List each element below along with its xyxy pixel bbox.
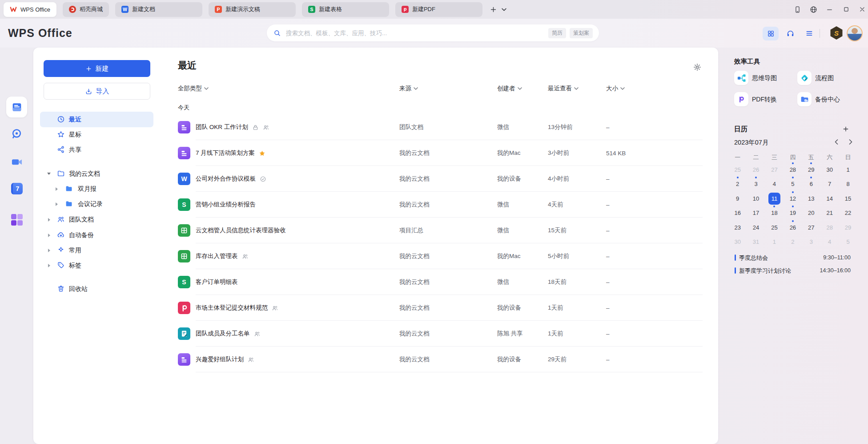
table-row[interactable]: 兴趣爱好组队计划 我的云文档 我的设备 29天前 – — [178, 347, 703, 372]
tool-backup-center[interactable] — [797, 92, 812, 106]
calendar-day[interactable]: 2 — [787, 236, 799, 248]
headset-support-icon[interactable] — [784, 27, 797, 40]
calendar-day[interactable]: 22 — [842, 207, 854, 219]
minimize-button[interactable] — [824, 4, 835, 15]
calendar-day[interactable]: 4 — [768, 178, 780, 190]
filter-creator[interactable]: 创建者 — [497, 85, 522, 93]
calendar-day[interactable]: 26 — [787, 222, 799, 234]
calendar-day[interactable]: 14 — [824, 193, 836, 205]
rail-item-documents[interactable] — [6, 97, 27, 117]
calendar-day[interactable]: 1 — [768, 236, 780, 248]
tool-flowchart-label[interactable]: 流程图 — [815, 71, 834, 85]
sidebar-item-meeting-notes[interactable]: 会议记录 — [40, 196, 153, 212]
tool-mindmap-label[interactable]: 思维导图 — [752, 71, 777, 85]
filter-source[interactable]: 来源 — [399, 85, 418, 93]
table-row[interactable]: S 客户订单明细表 我的云文档 微信 18天前 – — [178, 269, 703, 295]
tool-pdf-convert-label[interactable]: PDF转换 — [752, 92, 777, 106]
calendar-day[interactable]: 19 — [787, 207, 799, 219]
calendar-day[interactable]: 10 — [750, 193, 762, 205]
calendar-day[interactable]: 4 — [824, 236, 836, 248]
calendar-day[interactable]: 24 — [750, 222, 762, 234]
calendar-next-button[interactable] — [847, 138, 854, 145]
sidebar-item-starred[interactable]: 星标 — [40, 127, 153, 142]
calendar-day[interactable]: 3 — [750, 178, 762, 190]
svip-badge[interactable]: S — [830, 26, 843, 40]
new-tab-button[interactable] — [488, 4, 499, 15]
search-suggestion-resume[interactable]: 简历 — [548, 28, 566, 38]
sidebar-item-bimonthly-report[interactable]: 双月报 — [40, 181, 153, 197]
network-globe-icon[interactable] — [808, 4, 819, 15]
table-row[interactable]: 库存出入管理表 我的云文档 我的Mac 5小时前 – — [178, 243, 703, 269]
calendar-day[interactable]: 29 — [805, 164, 817, 176]
rail-item-apps[interactable] — [0, 214, 33, 226]
sidebar-item-team-docs[interactable]: 团队文档 — [40, 212, 153, 227]
tab-new-document[interactable]: W 新建文档 — [115, 2, 202, 17]
calendar-day[interactable]: 13 — [805, 193, 817, 205]
tool-flowchart[interactable] — [797, 71, 812, 85]
calendar-day[interactable]: 9 — [731, 193, 743, 205]
calendar-day[interactable]: 2 — [731, 178, 743, 190]
tool-pdf-convert[interactable] — [734, 92, 748, 106]
sidebar-item-frequent[interactable]: 常用 — [40, 242, 153, 258]
table-row[interactable]: 团队 OKR 工作计划 团队文档 微信 13分钟前 – — [178, 114, 703, 140]
calendar-day[interactable]: 18 — [768, 207, 780, 219]
calendar-day[interactable]: 5 — [842, 236, 854, 248]
calendar-day[interactable]: 8 — [842, 178, 854, 190]
sidebar-item-my-cloud-docs[interactable]: 我的云文档 — [40, 166, 153, 182]
sidebar-item-tags[interactable]: 标签 — [40, 258, 153, 273]
tab-wps-office-home[interactable]: WPS Office — [4, 2, 56, 17]
calendar-day[interactable]: 15 — [842, 193, 854, 205]
menu-icon[interactable] — [803, 27, 816, 40]
table-row[interactable]: 市场主体登记提交材料规范 我的云文档 我的设备 1天前 – — [178, 295, 703, 321]
gear-icon[interactable] — [693, 63, 702, 72]
calendar-day[interactable]: 21 — [824, 207, 836, 219]
rail-item-calendar[interactable]: 7 — [0, 183, 33, 194]
tool-mindmap[interactable] — [734, 71, 748, 85]
calendar-day[interactable]: 25 — [731, 164, 743, 176]
tab-new-presentation[interactable]: P 新建演示文稿 — [209, 2, 296, 17]
calendar-day[interactable]: 7 — [824, 178, 836, 190]
calendar-day[interactable]: 11 — [768, 193, 780, 205]
table-row[interactable]: W 公司对外合作协议模板 我的云文档 我的设备 4小时前 – — [178, 166, 703, 192]
sidebar-item-recycle-bin[interactable]: 回收站 — [40, 281, 153, 297]
avatar[interactable] — [847, 25, 863, 41]
calendar-day[interactable]: 28 — [824, 222, 836, 234]
calendar-day[interactable]: 27 — [768, 164, 780, 176]
calendar-day[interactable]: 30 — [731, 236, 743, 248]
chevron-right-icon[interactable] — [56, 187, 58, 191]
filter-all-types[interactable]: 全部类型 — [178, 85, 209, 93]
calendar-day[interactable]: 1 — [842, 164, 854, 176]
calendar-day[interactable]: 27 — [805, 222, 817, 234]
close-button[interactable] — [857, 4, 868, 15]
tab-docer-store[interactable]: 稻壳商城 — [63, 2, 109, 17]
chevron-right-icon[interactable] — [48, 264, 50, 267]
tab-new-spreadsheet[interactable]: S 新建表格 — [302, 2, 389, 17]
calendar-day[interactable]: 17 — [750, 207, 762, 219]
chevron-down-icon[interactable] — [47, 173, 51, 175]
mobile-connect-icon[interactable] — [792, 4, 803, 15]
calendar-day[interactable]: 16 — [731, 207, 743, 219]
chevron-right-icon[interactable] — [48, 218, 50, 222]
chevron-right-icon[interactable] — [48, 234, 50, 237]
calendar-event[interactable]: 季度总结会 9:30–11:00 — [735, 253, 851, 262]
calendar-day[interactable]: 31 — [750, 236, 762, 248]
calendar-day[interactable]: 30 — [824, 164, 836, 176]
calendar-day[interactable]: 29 — [842, 222, 854, 234]
calendar-day[interactable]: 20 — [805, 207, 817, 219]
tool-backup-center-label[interactable]: 备份中心 — [815, 92, 840, 106]
sidebar-item-auto-backup[interactable]: 自动备份 — [40, 227, 153, 243]
maximize-button[interactable] — [841, 4, 852, 15]
global-search-bar[interactable]: 简历 策划案 — [267, 24, 599, 41]
sidebar-item-shared[interactable]: 共享 — [40, 142, 153, 157]
calendar-day[interactable]: 5 — [787, 178, 799, 190]
calendar-prev-button[interactable] — [833, 138, 840, 145]
apps-grid-icon[interactable] — [767, 30, 775, 37]
add-event-button[interactable] — [841, 124, 851, 134]
calendar-day[interactable]: 6 — [805, 178, 817, 190]
table-row[interactable]: 云文档管人员信息统计表理器验收 项目汇总 微信 15天前 – — [178, 218, 703, 243]
tab-list-chevron-icon[interactable] — [500, 5, 508, 13]
chevron-right-icon[interactable] — [48, 249, 50, 252]
calendar-day[interactable]: 12 — [787, 193, 799, 205]
search-input[interactable] — [285, 29, 548, 37]
tab-new-pdf[interactable]: 新建PDF — [395, 2, 482, 17]
